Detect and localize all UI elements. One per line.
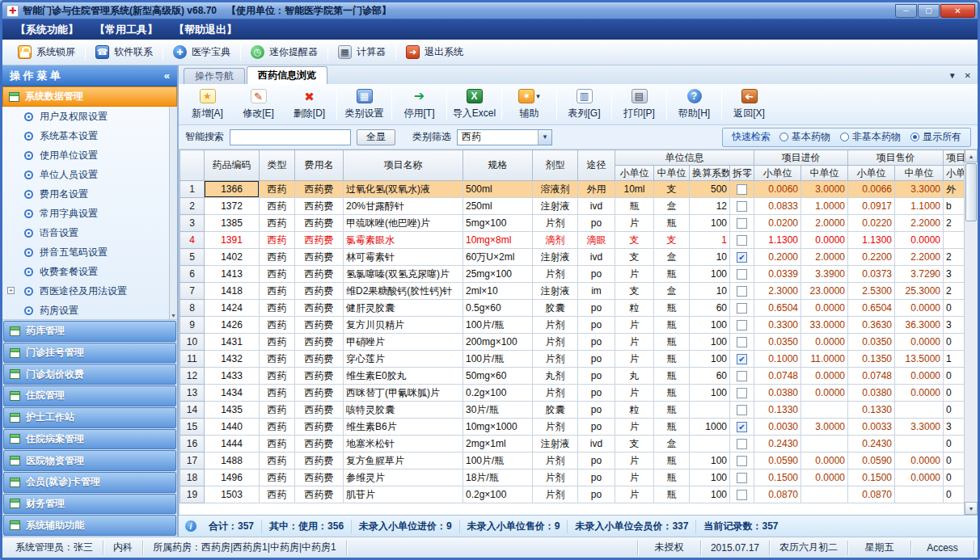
split-checkbox[interactable] — [737, 422, 747, 432]
sidebar-subitem[interactable]: 用户及权限设置 — [2, 107, 177, 126]
sidebar-subitem[interactable]: 常用字典设置 — [2, 204, 177, 223]
cell-split[interactable] — [730, 266, 754, 283]
sidebar-section[interactable]: 财务管理 — [3, 494, 176, 515]
close-tab-icon[interactable]: ✕ — [965, 71, 971, 80]
close-button[interactable]: ✕ — [940, 4, 975, 18]
table-row[interactable]: 51402西药西药费林可霉素针60万U×2ml注射液ivd支盒100.20002… — [180, 249, 965, 266]
table-row[interactable]: 61413西药西药费氢氯噻嗪(双氢克尿噻)片25mg×100片剂po片瓶1000… — [180, 266, 965, 283]
split-checkbox[interactable] — [737, 303, 747, 314]
sidebar-section[interactable]: 会员(就诊)卡管理 — [3, 472, 176, 493]
cell-split[interactable] — [730, 232, 754, 249]
col-form[interactable]: 剂型 — [533, 150, 578, 181]
vertical-scrollbar[interactable]: ▲ ▼ — [964, 149, 978, 515]
col-unit-small[interactable]: 小单位 — [615, 166, 654, 181]
cell-split[interactable] — [730, 249, 754, 266]
radio-show-all[interactable]: 显示所有 — [910, 130, 961, 144]
col-sell-small[interactable]: 小单位 — [848, 166, 895, 181]
sidebar-subitem[interactable]: 系统基本设置 — [2, 126, 177, 145]
action-return-button[interactable]: 返回[X] — [724, 86, 775, 123]
split-checkbox[interactable] — [737, 371, 747, 381]
table-row[interactable]: 111432西药西药费穿心莲片100片/瓶片剂po片瓶1000.100011.0… — [180, 351, 965, 368]
sidebar-subitem[interactable]: 费用名设置 — [2, 184, 177, 204]
action-help-button[interactable]: 帮助[H] — [669, 86, 720, 123]
action-columns-button[interactable]: 表列[G] — [559, 86, 610, 123]
scroll-up-icon[interactable]: ▲ — [965, 149, 978, 162]
table-row[interactable]: 81424西药西药费健肝灵胶囊0.5g×60胶囊po粒瓶600.65040.00… — [180, 300, 965, 317]
submenu-scrollbar[interactable]: ▼ — [169, 107, 177, 319]
col-split[interactable]: 拆零 — [730, 166, 754, 181]
split-checkbox[interactable] — [737, 337, 747, 347]
scroll-down-icon[interactable]: ▼ — [965, 502, 978, 515]
col-type[interactable]: 类型 — [260, 150, 295, 181]
split-checkbox[interactable] — [737, 235, 747, 246]
action-edit-button[interactable]: 修改[E] — [233, 86, 284, 123]
split-checkbox[interactable] — [737, 388, 747, 398]
action-assist-button[interactable]: ▾辅助 — [504, 86, 555, 123]
table-row[interactable]: 191503西药西药费肌苷片0.2g×100片剂po片瓶1000.08700.0… — [180, 486, 965, 503]
cell-split[interactable] — [730, 436, 754, 453]
sidebar-section[interactable]: 系统辅助功能 — [3, 515, 176, 536]
col-coef[interactable]: 换算系数 — [690, 166, 730, 181]
col-route[interactable]: 途径 — [578, 150, 615, 181]
quicktool-lock[interactable]: 系统锁屏 — [11, 42, 82, 63]
show-all-button[interactable]: 全显 — [357, 129, 395, 145]
cell-split[interactable] — [730, 334, 754, 351]
split-checkbox[interactable] — [737, 252, 747, 263]
split-checkbox[interactable] — [737, 354, 747, 364]
action-delete-button[interactable]: 删除[D] — [284, 86, 335, 123]
cell-split[interactable] — [730, 486, 754, 503]
action-excel-button[interactable]: 导入Excel — [449, 86, 500, 123]
chevron-down-icon[interactable]: ▾ — [536, 92, 540, 100]
table-row[interactable]: 11366西药西药费过氧化氢(双氧水)液500ml溶液剂外用10ml支5000.… — [180, 181, 965, 198]
menu-item-help-exit[interactable]: 【帮助退出】 — [167, 23, 243, 37]
sidebar-section[interactable]: 住院管理 — [3, 385, 176, 406]
sidebar-subitem[interactable]: 拼音五笔码设置 — [2, 242, 177, 262]
sidebar-subitem[interactable]: 单位人员设置 — [2, 165, 177, 184]
cell-split[interactable] — [730, 402, 754, 419]
split-checkbox[interactable] — [737, 269, 747, 280]
minimize-button[interactable]: ─ — [895, 4, 917, 18]
tab-navigation[interactable]: 操作导航 — [184, 68, 245, 84]
radio-non-basic-drug[interactable]: 非基本药物 — [840, 130, 901, 144]
scroll-down-icon[interactable]: ▼ — [170, 313, 177, 318]
col-code[interactable]: 药品编码 — [205, 150, 260, 181]
table-row[interactable]: 181496西药西药费参维灵片18片/瓶片剂po片瓶1000.15000.000… — [180, 469, 965, 486]
col-sell-mid[interactable]: 中单位 — [895, 166, 944, 181]
table-row[interactable]: 31385西药西药费甲巯咪唑(他巴唑)片5mg×100片剂po片瓶1000.02… — [180, 215, 965, 232]
col-fee[interactable]: 费用名 — [295, 150, 344, 181]
split-checkbox[interactable] — [737, 320, 747, 331]
cell-split[interactable] — [730, 453, 754, 469]
chevron-down-icon[interactable]: ▼ — [948, 71, 957, 80]
split-checkbox[interactable] — [737, 405, 747, 415]
action-category-button[interactable]: 类别设置 — [339, 86, 390, 123]
sidebar-subitem[interactable]: 收费套餐设置 — [2, 262, 177, 281]
tab-drug-info[interactable]: 西药信息浏览 — [247, 66, 327, 84]
action-print-button[interactable]: 打印[P] — [614, 86, 665, 123]
action-new-button[interactable]: 新增[A] — [182, 86, 233, 123]
table-row[interactable]: 131434西药西药费西咪替丁(甲氰咪胍)片0.2g×100片剂po片瓶1000… — [180, 385, 965, 402]
sidebar-subitem[interactable]: 语音设置 — [2, 223, 177, 242]
split-checkbox[interactable] — [737, 184, 747, 195]
expand-icon[interactable]: + — [7, 287, 15, 294]
cell-split[interactable] — [730, 419, 754, 436]
table-row[interactable]: 71418西药西药费维D2果糖酸钙(胶性钙)针2ml×10注射液im支盒102.… — [180, 283, 965, 300]
cell-split[interactable] — [730, 469, 754, 486]
table-row[interactable]: 151440西药西药费维生素B6片10mg×1000片剂po片瓶10000.00… — [180, 419, 965, 436]
sidebar-section[interactable]: 护士工作站 — [3, 407, 176, 428]
smart-search-input[interactable] — [230, 129, 351, 145]
maximize-button[interactable]: ▢ — [918, 4, 940, 18]
collapse-icon[interactable]: « — [164, 69, 170, 82]
cell-split[interactable] — [730, 215, 754, 232]
menu-item-common-tools[interactable]: 【常用工具】 — [88, 23, 164, 37]
table-row[interactable]: 101431西药西药费甲硝唑片200mg×100片剂po片瓶1000.03500… — [180, 334, 965, 351]
table-row[interactable]: 41391西药西药费氯霉素眼水10mg×8ml滴剂滴眼支支11.13000.00… — [180, 232, 965, 249]
col-buy-mid[interactable]: 中单位 — [801, 166, 848, 181]
cell-split[interactable] — [730, 368, 754, 385]
cell-split[interactable] — [730, 300, 754, 317]
split-checkbox[interactable] — [737, 201, 747, 212]
chevron-down-icon[interactable]: ▼ — [538, 130, 551, 145]
col-unit-mid[interactable]: 中单位 — [654, 166, 690, 181]
cell-split[interactable] — [730, 385, 754, 402]
sidebar-section[interactable]: 住院病案管理 — [3, 429, 176, 450]
cell-split[interactable] — [730, 198, 754, 215]
